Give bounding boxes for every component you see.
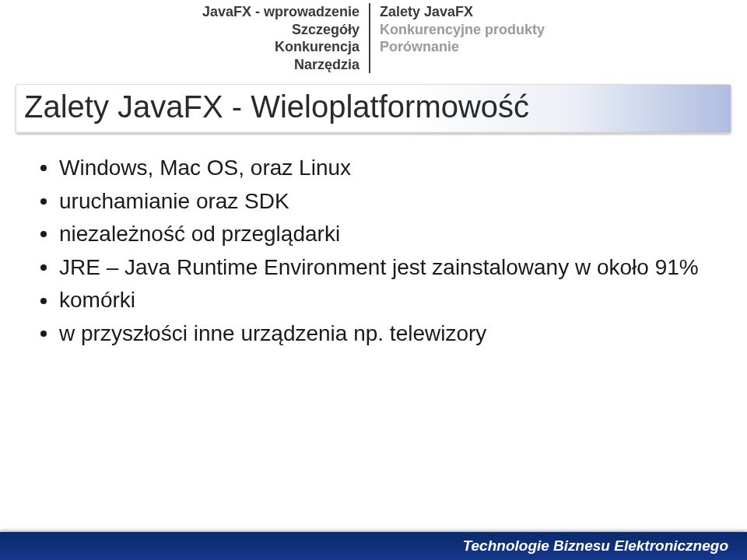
slide: JavaFX - wprowadzenie Szczegóły Konkuren… [0,0,747,560]
breadcrumb-nav: JavaFX - wprowadzenie Szczegóły Konkuren… [0,3,747,73]
footer-text: Technologie Biznesu Elektronicznego [463,537,728,555]
bullet-text: uruchamianie oraz SDK [59,189,289,213]
nav-left-item: Narzędzia [294,56,359,74]
nav-separator [369,3,370,73]
slide-content: Windows, Mac OS, oraz Linux uruchamianie… [40,152,716,352]
bullet-text: Windows, Mac OS, oraz Linux [59,156,351,180]
bullet-item: JRE – Java Runtime Environment jest zain… [40,252,716,284]
bullet-item: komórki [40,285,716,317]
bullet-item: w przyszłości inne urządzenia np. telewi… [40,318,716,350]
slide-title: Zalety JavaFX - Wieloplatformowość [24,89,723,124]
bullet-item: Windows, Mac OS, oraz Linux [40,152,716,184]
nav-right-column: Zalety JavaFX Konkurencyjne produkty Por… [380,3,545,73]
nav-left-item: Szczegóły [292,21,359,39]
bullet-text: JRE – Java Runtime Environment jest zain… [59,255,699,279]
slide-title-box: Zalety JavaFX - Wieloplatformowość [16,84,731,133]
bullet-text: niezależność od przeglądarki [59,222,340,246]
bullet-list: Windows, Mac OS, oraz Linux uruchamianie… [40,152,716,350]
nav-left-column: JavaFX - wprowadzenie Szczegóły Konkuren… [202,3,359,73]
bullet-item: uruchamianie oraz SDK [40,186,716,218]
nav-right-item: Konkurencyjne produkty [380,21,545,39]
bullet-text: w przyszłości inne urządzenia np. telewi… [59,321,486,345]
nav-left-item: JavaFX - wprowadzenie [202,3,359,21]
footer-bar: Technologie Biznesu Elektronicznego [0,532,747,560]
bullet-text: komórki [59,288,135,312]
nav-left-item: Konkurencja [275,38,359,56]
nav-right-item-active: Zalety JavaFX [380,3,473,21]
bullet-item: niezależność od przeglądarki [40,219,716,250]
nav-right-item: Porównanie [380,38,459,56]
